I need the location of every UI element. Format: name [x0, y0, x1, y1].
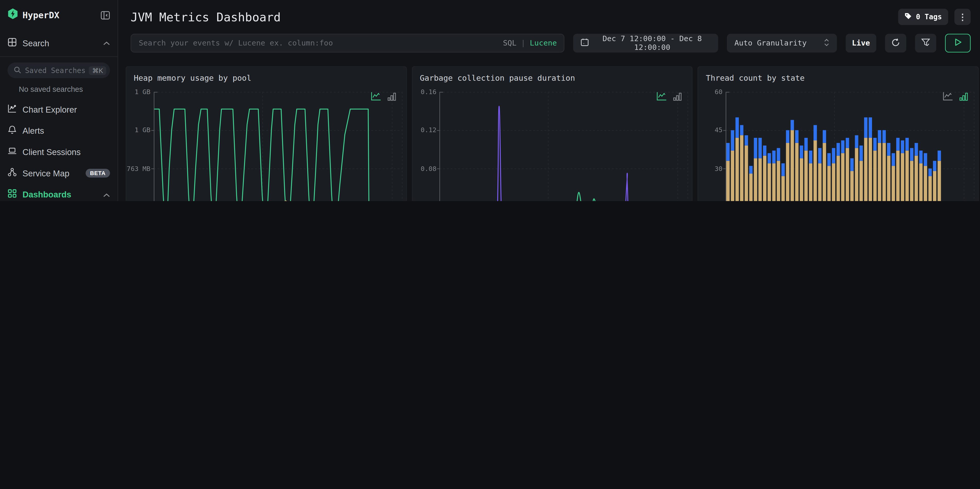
select-arrows-icon [824, 38, 829, 48]
kebab-menu-button[interactable]: ⋮ [954, 9, 970, 25]
sidebar-item-alerts[interactable]: Alerts [0, 120, 118, 142]
tags-label: 0 Tags [916, 13, 942, 21]
plot-area [153, 92, 402, 201]
toolbar: SQL | Lucene Dec 7 12:00:00 - Dec 8 12:0… [130, 34, 971, 53]
run-query-button[interactable] [945, 34, 971, 53]
sidebar: HyperDX Search ⌘K No saved searches Char… [0, 0, 118, 201]
lang-lucene[interactable]: Lucene [530, 39, 557, 48]
chart-title: Garbage collection pause duration [412, 67, 692, 83]
bell-icon [8, 125, 17, 136]
y-tick-label: 30 [699, 165, 722, 172]
laptop-icon [8, 146, 17, 158]
chart-canvas[interactable] [153, 92, 402, 201]
chart-panel-heap-memory-usage-by-pool: Heap memory usage by pool1 GB1 GB763 MB3… [126, 66, 407, 201]
no-saved-searches: No saved searches [0, 84, 118, 99]
hyperdx-logo-icon [8, 8, 18, 22]
live-button[interactable]: Live [846, 34, 876, 53]
tags-button[interactable]: 0 Tags [899, 9, 948, 25]
line-chart-icon[interactable] [657, 92, 667, 104]
saved-searches-input-wrap: ⌘K [8, 62, 110, 78]
y-tick-label: 1 GB [127, 127, 150, 134]
bar-chart-icon[interactable] [959, 92, 968, 104]
sidebar-item-label: Dashboards [22, 190, 98, 199]
plot-area [440, 92, 689, 201]
saved-searches-input[interactable] [25, 66, 85, 75]
chart-panel-garbage-collection-pause-duration: Garbage collection pause duration0.160.1… [412, 66, 692, 201]
y-axis: 1 GB1 GB763 MB381 MB0 B [126, 92, 153, 201]
chart-body: 0.160.120.080.040 [412, 92, 692, 201]
page-title: JVM Metrics Dashboard [130, 10, 899, 24]
y-axis: 0.160.120.080.040 [412, 92, 440, 201]
line-chart-icon[interactable] [942, 92, 953, 104]
header-row: JVM Metrics Dashboard 0 Tags ⋮ [118, 0, 980, 25]
y-tick-label: 763 MB [127, 165, 150, 172]
line-chart-icon[interactable] [371, 92, 381, 104]
chevron-up-icon [103, 190, 110, 199]
sidebar-item-search[interactable]: Search [0, 32, 118, 54]
chart-view-toggle [942, 92, 968, 104]
chevron-up-icon [103, 41, 110, 45]
sidebar-item-label: Search [22, 38, 98, 48]
sidebar-item-service-map[interactable]: Service MapBETA [0, 162, 118, 184]
chart-canvas[interactable] [440, 92, 689, 201]
filter-button[interactable] [915, 34, 936, 53]
main-area: JVM Metrics Dashboard 0 Tags ⋮ SQL | Luc… [118, 0, 980, 201]
sidebar-item-label: Alerts [22, 126, 110, 135]
bar-chart-icon[interactable] [387, 92, 396, 104]
plot-area [726, 92, 975, 201]
table-icon [8, 38, 17, 49]
search-input[interactable] [130, 34, 564, 53]
dashboards-icon [8, 189, 17, 200]
y-tick-label: 60 [699, 88, 722, 96]
chart-explorer-icon [8, 104, 17, 115]
dashboard-grid: Heap memory usage by pool1 GB1 GB763 MB3… [126, 66, 979, 201]
refresh-icon [891, 38, 900, 48]
y-tick-label: 0.12 [413, 127, 436, 134]
sidebar-nav: Chart ExplorerAlertsClient SessionsServi… [0, 99, 118, 201]
refresh-button[interactable] [885, 34, 907, 53]
search-icon [14, 65, 21, 76]
tag-icon [905, 12, 912, 21]
kebab-icon: ⋮ [958, 12, 967, 22]
granularity-select[interactable]: Auto Granularity [727, 34, 837, 53]
shortcut-badge: ⌘K [89, 66, 106, 75]
divider [0, 56, 118, 57]
lang-separator: | [521, 39, 525, 48]
chart-panel-thread-count-by-state: Thread count by state604530150Dec 7 12:0… [698, 66, 979, 201]
y-tick-label: 0.16 [413, 88, 436, 96]
y-axis: 604530150 [698, 92, 725, 201]
sidebar-item-dashboards[interactable]: Dashboards [0, 184, 118, 201]
granularity-value: Auto Granularity [735, 39, 819, 48]
sidebar-item-label: Client Sessions [22, 147, 110, 156]
live-label: Live [852, 39, 870, 48]
chart-title: Heap memory usage by pool [126, 67, 406, 83]
chart-body: 1 GB1 GB763 MB381 MB0 B [126, 92, 406, 201]
chart-title: Thread count by state [698, 67, 978, 83]
play-icon [954, 38, 961, 48]
brand-name: HyperDX [22, 10, 96, 20]
sidebar-item-label: Chart Explorer [22, 105, 110, 114]
chart-view-toggle [657, 92, 682, 104]
service-map-icon [8, 167, 17, 179]
filter-icon [921, 38, 930, 48]
y-tick-label: 45 [699, 127, 722, 134]
query-language-toggle[interactable]: SQL | Lucene [503, 34, 557, 53]
sidebar-item-chart-explorer[interactable]: Chart Explorer [0, 99, 118, 120]
lang-sql[interactable]: SQL [503, 39, 517, 48]
y-tick-label: 1 GB [127, 88, 150, 96]
search-box: SQL | Lucene [130, 34, 564, 53]
panel-collapse-icon[interactable] [100, 10, 110, 19]
beta-badge: BETA [86, 169, 110, 177]
app-root: HyperDX Search ⌘K No saved searches Char… [0, 0, 980, 201]
calendar-icon [581, 38, 589, 48]
bar-chart-icon[interactable] [673, 92, 682, 104]
brand-row: HyperDX [0, 0, 118, 22]
sidebar-item-label: Service Map [22, 169, 80, 178]
y-tick-label: 0.08 [413, 165, 436, 172]
chart-canvas[interactable] [726, 92, 975, 201]
date-range-value: Dec 7 12:00:00 - Dec 8 12:00:00 [594, 35, 711, 52]
sidebar-item-client-sessions[interactable]: Client Sessions [0, 141, 118, 162]
chart-view-toggle [371, 92, 396, 104]
chart-body: 604530150 [698, 92, 978, 201]
date-range-picker[interactable]: Dec 7 12:00:00 - Dec 8 12:00:00 [573, 34, 718, 53]
